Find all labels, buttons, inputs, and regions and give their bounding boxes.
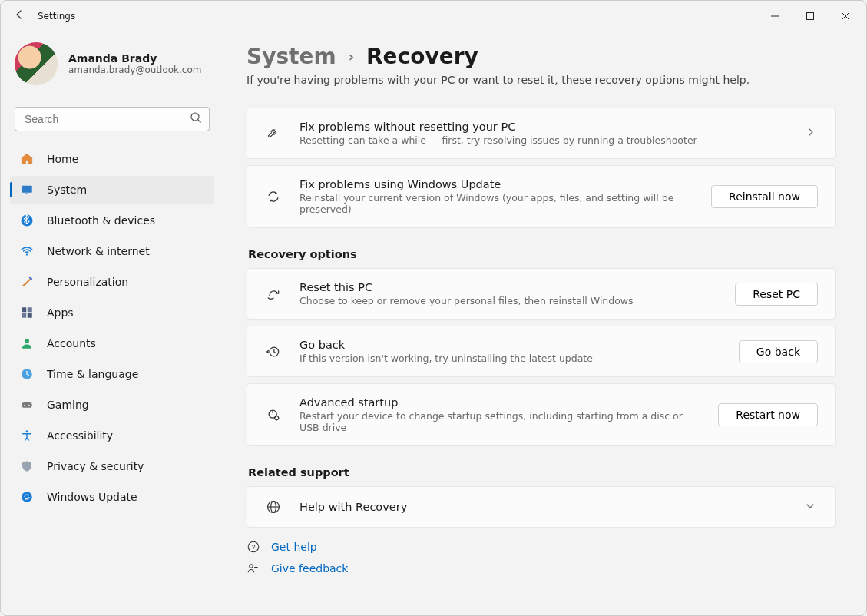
profile-name: Amanda Brady	[68, 52, 201, 65]
search-input[interactable]	[15, 107, 210, 131]
sidebar-item-label: Home	[47, 153, 78, 165]
breadcrumb-parent[interactable]: System	[247, 44, 336, 69]
card-title: Fix problems without resetting your PC	[299, 121, 787, 133]
sidebar-item-personalization[interactable]: Personalization	[10, 268, 214, 296]
svg-point-24	[275, 416, 279, 420]
card-go-back: Go backIf this version isn't working, tr…	[247, 326, 836, 377]
card-advanced-startup: Advanced startupRestart your device to c…	[247, 383, 836, 446]
link-give-feedback[interactable]: Give feedback	[247, 561, 836, 575]
card-title: Fix problems using Windows Update	[299, 178, 694, 190]
sidebar-item-label: System	[47, 184, 87, 196]
profile-block[interactable]: Amanda Brady amanda.brady@outlook.com	[7, 39, 217, 96]
sidebar-item-label: Accounts	[47, 337, 96, 349]
minimize-button[interactable]	[757, 4, 793, 28]
sidebar-item-time-language[interactable]: Time & language	[10, 360, 214, 388]
svg-text:?: ?	[251, 543, 255, 551]
power-gear-icon	[264, 407, 283, 422]
search-box	[15, 107, 210, 131]
sidebar-item-label: Windows Update	[47, 491, 137, 503]
bluetooth-icon	[19, 214, 35, 227]
breadcrumb-separator: ›	[349, 48, 354, 65]
profile-email: amanda.brady@outlook.com	[68, 65, 201, 75]
sidebar-item-label: Gaming	[47, 399, 89, 411]
maximize-button[interactable]	[793, 4, 828, 28]
card-help-title: Help with Recovery	[299, 501, 786, 513]
sidebar-item-label: Accessibility	[47, 429, 113, 442]
chevron-right-icon	[804, 128, 818, 139]
svg-rect-12	[22, 313, 26, 318]
card-subtitle: Choose to keep or remove your personal f…	[299, 295, 718, 306]
sidebar-item-label: Apps	[47, 306, 74, 319]
section-recovery-title: Recovery options	[248, 248, 836, 260]
page-subheading: If you're having problems with your PC o…	[247, 74, 836, 86]
gamepad-icon	[19, 398, 35, 412]
svg-line-5	[198, 120, 201, 123]
wifi-icon	[19, 244, 35, 258]
sidebar-item-apps[interactable]: Apps	[10, 299, 214, 326]
sidebar-item-accounts[interactable]: Accounts	[10, 330, 214, 357]
accessibility-icon	[19, 429, 35, 442]
sidebar-item-privacy-security[interactable]: Privacy & security	[10, 452, 214, 480]
back-button[interactable]	[4, 8, 35, 24]
cards-top: Fix problems without resetting your PCRe…	[247, 108, 836, 228]
sidebar-item-network-internet[interactable]: Network & internet	[10, 237, 214, 265]
card-subtitle: Resetting can take a while — first, try …	[299, 134, 787, 146]
link-get-help[interactable]: ? Get help	[247, 540, 836, 554]
card-title: Go back	[299, 339, 722, 351]
give-feedback-link[interactable]: Give feedback	[271, 562, 348, 575]
card-title: Advanced startup	[299, 396, 701, 409]
svg-rect-7	[25, 194, 29, 195]
card-help-recovery[interactable]: Help with Recovery	[247, 486, 836, 528]
cards-recovery: Reset this PCChoose to keep or remove yo…	[247, 268, 836, 446]
system-icon	[19, 183, 35, 197]
sidebar-item-home[interactable]: Home	[10, 145, 214, 173]
svg-point-30	[250, 565, 253, 568]
svg-rect-13	[28, 313, 32, 318]
window-title: Settings	[35, 11, 75, 22]
sidebar-item-gaming[interactable]: Gaming	[10, 391, 214, 419]
svg-point-14	[25, 339, 29, 343]
reset-pc-button[interactable]: Reset PC	[735, 283, 818, 306]
section-related-title: Related support	[248, 466, 836, 479]
svg-rect-11	[28, 307, 32, 312]
get-help-link[interactable]: Get help	[271, 541, 317, 553]
card-fix-problems-using-windows-update: Fix problems using Windows UpdateReinsta…	[247, 165, 836, 228]
reset-icon	[264, 286, 283, 302]
card-subtitle: If this version isn't working, try unins…	[299, 353, 722, 364]
reinstall-now-button[interactable]: Reinstall now	[711, 185, 818, 208]
sidebar: Amanda Brady amanda.brady@outlook.com Ho…	[1, 31, 223, 615]
avatar	[15, 42, 58, 85]
svg-point-9	[26, 253, 28, 255]
svg-point-19	[26, 430, 28, 432]
breadcrumb: System › Recovery	[247, 44, 836, 69]
card-fix-problems-without-resetting-your-pc[interactable]: Fix problems without resetting your PCRe…	[247, 108, 836, 159]
window-controls	[757, 4, 863, 28]
sidebar-item-label: Bluetooth & devices	[47, 214, 155, 227]
svg-point-20	[22, 492, 32, 502]
breadcrumb-current: Recovery	[366, 44, 478, 69]
cards-related: Help with Recovery	[247, 486, 836, 528]
wrench-icon	[264, 126, 283, 141]
card-title: Reset this PC	[299, 281, 718, 293]
sidebar-item-bluetooth-devices[interactable]: Bluetooth & devices	[10, 207, 214, 234]
sidebar-item-label: Network & internet	[47, 245, 150, 257]
sidebar-item-label: Time & language	[47, 368, 138, 380]
sidebar-item-system[interactable]: System	[10, 176, 214, 204]
main-panel: System › Recovery If you're having probl…	[223, 31, 866, 615]
close-button[interactable]	[828, 4, 863, 28]
restart-now-button[interactable]: Restart now	[718, 403, 818, 426]
titlebar: Settings	[1, 1, 866, 31]
globe-icon	[264, 499, 283, 515]
history-icon	[264, 344, 283, 359]
go-back-button[interactable]: Go back	[739, 340, 818, 363]
sidebar-item-windows-update[interactable]: Windows Update	[10, 483, 214, 511]
sidebar-item-accessibility[interactable]: Accessibility	[10, 422, 214, 449]
nav-list: HomeSystemBluetooth & devicesNetwork & i…	[7, 145, 217, 511]
update-icon	[19, 490, 35, 504]
feedback-icon	[247, 561, 260, 575]
svg-rect-1	[807, 13, 814, 20]
sync-icon	[264, 189, 283, 204]
svg-point-18	[28, 405, 30, 406]
brush-icon	[19, 275, 35, 289]
svg-rect-6	[22, 186, 32, 193]
